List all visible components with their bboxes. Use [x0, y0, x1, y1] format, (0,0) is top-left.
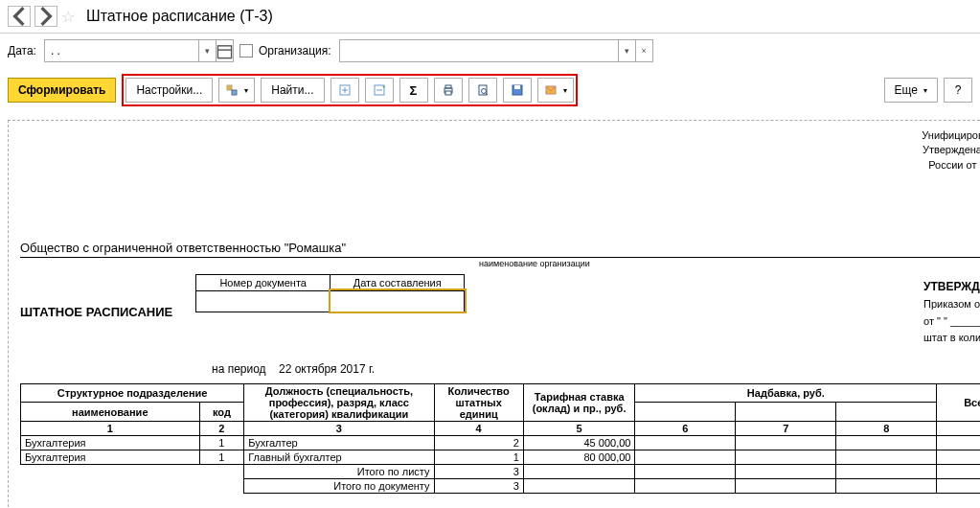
form-button-label: Сформировать: [18, 83, 105, 97]
approved-by: Приказом организации: [923, 298, 980, 310]
svg-rect-0: [217, 45, 231, 58]
find-button[interactable]: Найти...: [261, 78, 324, 103]
approved-title: УТВЕРЖДЕНО: [923, 280, 980, 293]
svg-rect-2: [227, 85, 232, 90]
date-picker-button[interactable]: [216, 40, 233, 61]
page-title: Штатное расписание (Т-3): [86, 8, 273, 25]
docnum-cell[interactable]: [196, 290, 330, 312]
date-label: Дата:: [8, 44, 36, 58]
org-clear-button[interactable]: ×: [635, 40, 652, 61]
send-button[interactable]: ▾: [537, 78, 574, 103]
col-docnum: Номер документа: [196, 274, 330, 290]
chevron-down-icon: ▾: [244, 86, 248, 95]
date-cell[interactable]: [330, 290, 465, 312]
form-info-2: Утверждена Постановлен: [922, 143, 980, 157]
period-label: на период: [212, 362, 266, 376]
by-okpo: по ОК: [922, 203, 980, 218]
save-button[interactable]: [503, 78, 532, 103]
svg-rect-11: [445, 85, 451, 88]
help-button[interactable]: ?: [944, 78, 972, 103]
doc-meta-table: Номер документа Дата составления: [195, 274, 465, 312]
preview-button[interactable]: [468, 78, 497, 103]
org-input[interactable]: [340, 40, 618, 61]
chevron-down-icon: ▾: [923, 86, 927, 95]
sum-button[interactable]: Σ: [399, 78, 428, 103]
more-label: Еще: [895, 83, 918, 97]
table-row[interactable]: Бухгалтерия 1 Бухгалтер 2 45 000,00: [21, 435, 981, 450]
settings-label: Настройки...: [136, 83, 202, 97]
find-label: Найти...: [271, 83, 313, 97]
svg-rect-12: [445, 91, 451, 95]
svg-rect-3: [232, 90, 237, 95]
forward-button[interactable]: [34, 6, 57, 27]
favorite-icon[interactable]: ☆: [61, 8, 75, 26]
expand-groups-button[interactable]: [330, 78, 359, 103]
date-input[interactable]: [45, 40, 198, 61]
settings-button[interactable]: Настройки...: [125, 78, 213, 103]
document-title: ШТАТНОЕ РАСПИСАНИЕ: [20, 305, 172, 319]
form-by-okud: Форма по ОК: [922, 188, 980, 202]
form-info-3: России от 5 января 2004: [922, 158, 980, 173]
org-dropdown-button[interactable]: ▾: [618, 40, 635, 61]
table-row[interactable]: Бухгалтерия 1 Главный бухгалтер 1 80 000…: [21, 450, 981, 464]
form-button[interactable]: Сформировать: [8, 78, 116, 103]
collapse-groups-button[interactable]: +: [365, 78, 394, 103]
staff-table: Структурное подразделение Должность (спе…: [20, 383, 980, 494]
help-icon: ?: [955, 83, 962, 97]
print-button[interactable]: [434, 78, 463, 103]
org-name: Общество с ограниченной ответственностью…: [20, 241, 980, 255]
col-date: Дата составления: [330, 274, 465, 290]
sigma-icon: Σ: [410, 83, 418, 98]
date-dropdown-button[interactable]: ▾: [198, 40, 216, 61]
approved-date: от " " ______________ 20: [923, 315, 980, 327]
variants-button[interactable]: ▾: [218, 78, 255, 103]
period-value: 22 октября 2017 г.: [279, 362, 375, 376]
org-caption: наименование организации: [20, 259, 980, 268]
org-label: Организация:: [259, 44, 331, 58]
subtotal-row: Итого по документу 3 80 00: [21, 478, 981, 493]
toolbar-highlighted-group: Настройки... ▾ Найти... + Σ ▾: [122, 74, 577, 106]
org-checkbox[interactable]: [239, 44, 253, 58]
form-info-1: Унифицированная форма: [922, 128, 980, 143]
back-button[interactable]: [8, 6, 31, 27]
subtotal-row: Итого по листу 3: [21, 464, 981, 478]
more-button[interactable]: Еще ▾: [884, 78, 938, 103]
staff-count: штат в количестве 3 един: [923, 332, 980, 343]
svg-text:+: +: [382, 83, 386, 89]
svg-rect-17: [514, 85, 520, 89]
chevron-down-icon: ▾: [563, 86, 567, 95]
report-document: Унифицированная форма Утверждена Постано…: [8, 120, 980, 508]
